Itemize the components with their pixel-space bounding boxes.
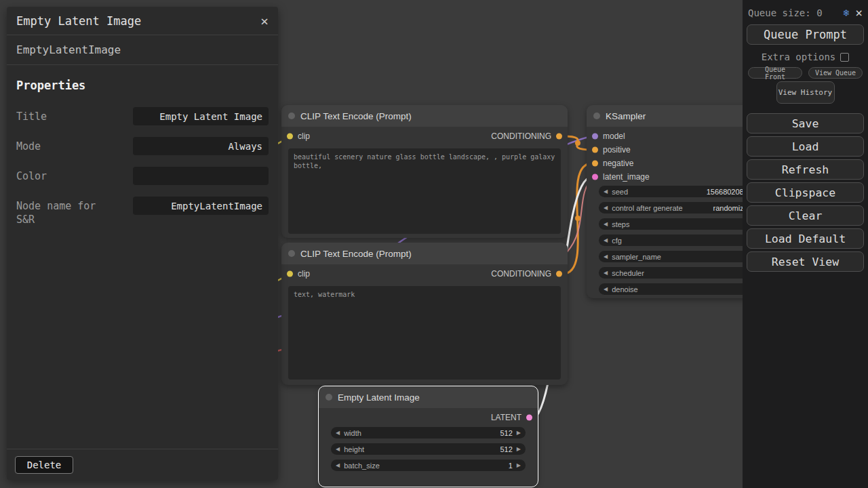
model-input-label: model bbox=[603, 131, 625, 141]
latent-image-input-label: latent_image bbox=[603, 172, 650, 182]
node-properties-panel: Empty Latent Image × EmptyLatentImage Pr… bbox=[7, 7, 278, 480]
view-queue-button[interactable]: View Queue bbox=[808, 67, 863, 79]
prompt-textarea[interactable]: beautiful scenery nature glass bottle la… bbox=[288, 148, 561, 234]
control-after-generate-widget[interactable]: ◀ control after generate randomize ▶ bbox=[599, 202, 761, 214]
batch-size-widget[interactable]: ◀ batch_size 1 ▶ bbox=[331, 460, 526, 471]
close-icon[interactable]: × bbox=[855, 7, 863, 19]
decrement-icon[interactable]: ◀ bbox=[604, 189, 608, 195]
collapse-dot-icon[interactable] bbox=[326, 394, 332, 401]
increment-icon[interactable]: ▶ bbox=[517, 463, 521, 468]
panel-title: Empty Latent Image bbox=[16, 14, 141, 28]
color-field-label: Color bbox=[16, 167, 47, 183]
positive-input-label: positive bbox=[603, 145, 631, 155]
queue-size-label: Queue size: 0 bbox=[748, 7, 837, 18]
title-field-label: Title bbox=[16, 107, 47, 123]
node-header[interactable]: CLIP Text Encode (Prompt) bbox=[281, 243, 568, 264]
decrement-icon[interactable]: ◀ bbox=[604, 270, 608, 276]
clip-input-port[interactable] bbox=[287, 134, 293, 140]
height-widget[interactable]: ◀ height 512 ▶ bbox=[331, 443, 526, 455]
view-history-button[interactable]: View History bbox=[776, 81, 835, 104]
conditioning-output-label: CONDITIONING bbox=[491, 131, 551, 141]
node-header[interactable]: Empty Latent Image bbox=[319, 386, 538, 408]
queue-prompt-button[interactable]: Queue Prompt bbox=[747, 24, 864, 45]
link-midpoint-dot bbox=[575, 140, 580, 146]
load-default-button[interactable]: Load Default bbox=[747, 228, 864, 249]
negative-input-port[interactable] bbox=[592, 161, 598, 167]
decrement-icon[interactable]: ◀ bbox=[604, 222, 608, 227]
decrement-icon[interactable]: ◀ bbox=[336, 447, 340, 452]
node-type-label: EmptyLatentImage bbox=[7, 35, 278, 65]
extra-options-label: Extra options bbox=[762, 52, 836, 62]
conditioning-output-port[interactable] bbox=[556, 271, 562, 277]
conditioning-output-label: CONDITIONING bbox=[491, 269, 551, 279]
collapse-dot-icon[interactable] bbox=[288, 250, 295, 257]
positive-input-port[interactable] bbox=[592, 147, 598, 153]
node-title: Empty Latent Image bbox=[338, 392, 420, 403]
node-clip-text-encode-positive[interactable]: CLIP Text Encode (Prompt) clip CONDITION… bbox=[281, 105, 568, 238]
settings-icon[interactable]: ❄ bbox=[843, 8, 849, 18]
close-icon[interactable]: × bbox=[260, 14, 269, 28]
collapse-dot-icon[interactable] bbox=[288, 113, 295, 119]
node-name-field-label: Node name for S&R bbox=[16, 197, 118, 226]
color-field[interactable] bbox=[133, 167, 269, 185]
node-title: CLIP Text Encode (Prompt) bbox=[300, 111, 412, 121]
prompt-textarea[interactable]: text, watermark bbox=[288, 286, 561, 380]
model-input-port[interactable] bbox=[592, 134, 598, 140]
save-button[interactable]: Save bbox=[747, 113, 864, 134]
scheduler-widget[interactable]: ◀ scheduler ▶ bbox=[599, 267, 761, 279]
seed-widget[interactable]: ◀ seed 1566802087 ▶ bbox=[599, 186, 761, 197]
refresh-button[interactable]: Refresh bbox=[747, 159, 864, 180]
denoise-widget[interactable]: ◀ denoise ▶ bbox=[599, 283, 761, 295]
steps-widget[interactable]: ◀ steps ▶ bbox=[599, 218, 761, 230]
node-title: KSampler bbox=[606, 111, 646, 121]
latent-output-port[interactable] bbox=[526, 415, 532, 421]
node-name-field[interactable]: EmptyLatentImage bbox=[133, 197, 269, 215]
link-midpoint-dot bbox=[575, 216, 580, 221]
decrement-icon[interactable]: ◀ bbox=[604, 205, 608, 211]
mode-field[interactable]: Always bbox=[133, 137, 269, 155]
extra-options-checkbox[interactable] bbox=[840, 53, 849, 62]
clip-input-port[interactable] bbox=[287, 271, 293, 277]
latent-image-input-port[interactable] bbox=[592, 174, 598, 180]
clipspace-button[interactable]: Clipspace bbox=[747, 182, 864, 203]
node-header[interactable]: CLIP Text Encode (Prompt) bbox=[281, 105, 568, 127]
latent-output-label: LATENT bbox=[491, 413, 521, 422]
mode-field-label: Mode bbox=[16, 137, 41, 153]
properties-heading: Properties bbox=[16, 79, 269, 92]
conditioning-output-port[interactable] bbox=[556, 134, 562, 140]
clear-button[interactable]: Clear bbox=[747, 205, 864, 226]
width-widget[interactable]: ◀ width 512 ▶ bbox=[331, 427, 526, 439]
sampler-name-widget[interactable]: ◀ sampler_name ▶ bbox=[599, 251, 761, 262]
negative-input-label: negative bbox=[603, 159, 633, 168]
title-field[interactable]: Empty Latent Image bbox=[133, 107, 269, 125]
collapse-dot-icon[interactable] bbox=[593, 113, 600, 119]
decrement-icon[interactable]: ◀ bbox=[604, 287, 608, 292]
delete-button[interactable]: Delete bbox=[15, 456, 73, 474]
node-title: CLIP Text Encode (Prompt) bbox=[300, 249, 412, 259]
increment-icon[interactable]: ▶ bbox=[517, 430, 521, 436]
decrement-icon[interactable]: ◀ bbox=[604, 254, 608, 260]
load-button[interactable]: Load bbox=[747, 136, 864, 157]
decrement-icon[interactable]: ◀ bbox=[336, 430, 340, 436]
decrement-icon[interactable]: ◀ bbox=[604, 238, 608, 243]
reset-view-button[interactable]: Reset View bbox=[747, 251, 864, 272]
comfy-menu: Queue size: 0 ❄ × Queue Prompt Extra opt… bbox=[743, 0, 868, 488]
clip-input-label: clip bbox=[298, 269, 310, 279]
cfg-widget[interactable]: ◀ cfg ▶ bbox=[599, 235, 761, 246]
queue-front-button[interactable]: Queue Front bbox=[748, 67, 802, 79]
node-clip-text-encode-negative[interactable]: CLIP Text Encode (Prompt) clip CONDITION… bbox=[281, 243, 568, 385]
clip-input-label: clip bbox=[298, 131, 310, 141]
increment-icon[interactable]: ▶ bbox=[517, 447, 521, 452]
node-empty-latent-image[interactable]: Empty Latent Image LATENT ◀ width 512 ▶ … bbox=[319, 386, 538, 487]
decrement-icon[interactable]: ◀ bbox=[336, 463, 340, 468]
